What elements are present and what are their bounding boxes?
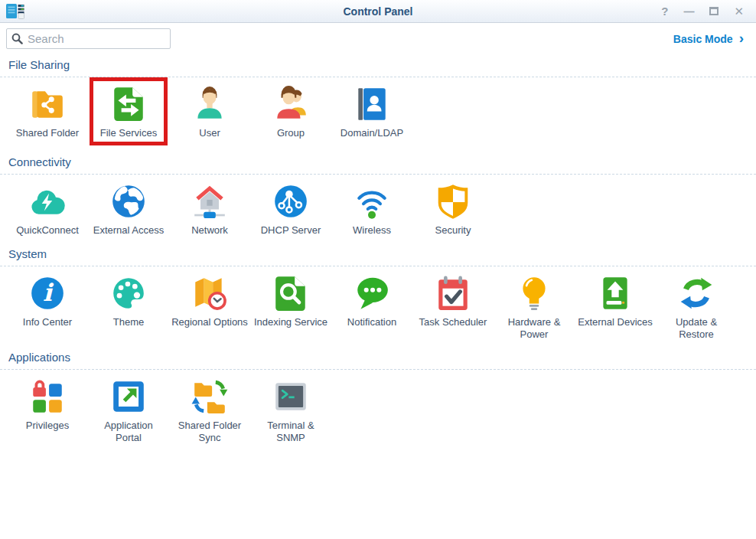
app-label: DHCP Server [261,224,321,237]
task-scheduler-icon [434,274,472,312]
shared-folder-sync-icon [191,377,229,416]
chevron-right-icon: › [739,34,744,43]
group-icon [272,85,310,123]
app-item-indexing-service[interactable]: Indexing Service [250,266,331,328]
app-item-theme[interactable]: Theme [88,266,169,328]
titlebar: Control Panel ? — ✕ [0,0,756,23]
help-icon[interactable]: ? [661,5,668,17]
app-item-network[interactable]: Network [169,175,250,237]
app-item-application-portal[interactable]: Application Portal [88,370,169,445]
app-item-task-scheduler[interactable]: Task Scheduler [412,266,494,328]
app-label: Notification [347,316,396,328]
regional-options-icon [191,274,229,312]
app-item-file-services[interactable]: File Services [88,77,169,145]
basic-mode-link[interactable]: Basic Mode › [673,33,744,45]
app-item-group[interactable]: Group [250,77,331,139]
app-label: Group [277,127,305,139]
section-items-row: Shared Folder File Services User Group D… [0,77,756,149]
search-input[interactable] [28,32,180,45]
app-label: Wireless [353,224,391,237]
app-label: Theme [113,316,144,328]
app-label: Regional Options [171,316,248,328]
app-label: Indexing Service [254,316,327,328]
section-items-row: Privileges Application Portal Shared Fol… [0,370,756,449]
close-icon[interactable]: ✕ [734,5,744,17]
wireless-icon [353,182,391,220]
app-item-shared-folder[interactable]: Shared Folder [7,77,88,139]
minimize-icon[interactable]: — [683,6,694,17]
dhcp-server-icon [272,182,310,220]
app-item-user[interactable]: User [169,77,250,139]
app-label: Privileges [26,420,69,432]
app-label: Shared Folder [16,127,79,139]
app-label: Update & Restore [658,316,735,341]
app-label: Hardware & Power [496,316,572,341]
app-item-external-access[interactable]: External Access [88,175,169,237]
search-box[interactable] [6,28,171,49]
window-title: Control Panel [0,5,756,18]
app-item-shared-folder-sync[interactable]: Shared Folder Sync [169,370,250,445]
app-label: User [199,127,220,139]
theme-icon [109,274,148,312]
app-label: Domain/LDAP [341,127,403,139]
section-header-connectivity: Connectivity [0,149,756,175]
app-item-privileges[interactable]: Privileges [7,370,88,432]
file-services-icon [109,85,148,123]
external-devices-icon [596,274,634,312]
app-label: File Services [100,127,157,139]
app-item-external-devices[interactable]: External Devices [575,266,656,328]
security-icon [434,182,472,220]
highlight-box: File Services [90,77,168,145]
app-label: External Access [93,224,165,237]
app-item-domain-ldap[interactable]: Domain/LDAP [331,77,412,139]
control-panel-sections: File Sharing Shared Folder File Services… [0,52,756,449]
basic-mode-label: Basic Mode [673,33,733,45]
app-item-quickconnect[interactable]: QuickConnect [7,175,88,237]
app-item-terminal-snmp[interactable]: Terminal & SNMP [250,370,331,445]
section-header-system: System [0,241,756,266]
app-item-info-center[interactable]: iInfo Center [7,266,88,328]
section-header-applications: Applications [0,345,756,370]
app-label: External Devices [578,316,653,328]
user-icon [191,85,229,123]
maximize-icon[interactable] [709,7,719,15]
section-header-file-sharing: File Sharing [0,52,756,77]
section-items-row: iInfo Center Theme Regional Options Inde… [0,266,756,345]
terminal-snmp-icon [272,377,310,416]
app-label: Security [435,224,471,237]
app-item-dhcp-server[interactable]: DHCP Server [250,175,331,237]
app-item-wireless[interactable]: Wireless [331,175,412,237]
control-panel-app-icon[interactable] [5,2,25,21]
app-item-regional-options[interactable]: Regional Options [169,266,250,328]
app-label: QuickConnect [16,224,79,237]
section-items-row: QuickConnect External Access Network DHC… [0,175,756,240]
network-icon [191,182,229,220]
search-icon [11,33,23,44]
update-restore-icon [677,274,715,312]
app-label: Terminal & SNMP [253,420,329,445]
app-label: Network [191,224,228,237]
app-item-notification[interactable]: Notification [331,266,412,328]
domain-ldap-icon [353,85,391,123]
app-item-hardware-power[interactable]: Hardware & Power [494,266,575,341]
indexing-service-icon [272,274,310,312]
app-label: Application Portal [90,420,167,445]
app-label: Task Scheduler [419,316,487,328]
external-access-icon [109,182,148,220]
app-label: Shared Folder Sync [171,420,248,445]
shared-folder-icon [28,85,67,123]
app-item-update-restore[interactable]: Update & Restore [656,266,737,341]
toolbar: Basic Mode › [0,23,756,52]
notification-icon [353,274,391,312]
app-item-security[interactable]: Security [412,175,494,237]
quickconnect-icon [28,182,67,220]
info-center-icon: i [28,274,67,312]
privileges-icon [28,377,67,416]
hardware-power-icon [515,274,553,312]
application-portal-icon [109,377,148,416]
app-label: Info Center [23,316,72,328]
